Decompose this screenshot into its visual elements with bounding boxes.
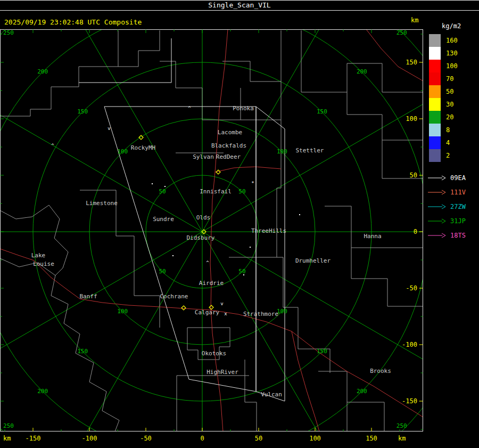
legend-entry: 4 — [425, 136, 479, 149]
town-dot-marker — [299, 214, 300, 215]
legend-color-swatch — [429, 72, 441, 85]
azimuth-spoke — [61, 29, 202, 232]
radar-list-item: 18TS — [425, 228, 479, 242]
highway-lines-segment — [292, 331, 319, 431]
county-boundaries-segment — [301, 30, 423, 92]
range-ring-label: 50 — [238, 268, 245, 275]
range-labels: 5050505010010010010015015015015020020020… — [3, 29, 407, 429]
county-boundaries-segment — [351, 248, 423, 306]
range-ring-label: 200 — [357, 388, 367, 395]
radar-coverage-outlines-segment — [79, 38, 171, 83]
bottom-axis-tick-label: -50 — [135, 435, 156, 442]
county-boundaries-segment — [277, 188, 298, 349]
city-label: Vulcan — [261, 391, 282, 398]
legend-entry: 20 — [425, 111, 479, 124]
city-label: Ponoka — [233, 105, 254, 112]
radar-arrow-icon — [428, 218, 446, 224]
right-axis-tick-label: 0 — [414, 228, 417, 235]
legend-entry: 30 — [425, 98, 479, 111]
range-ring-label: 50 — [159, 268, 166, 275]
bottom-axis-tick-label: -100 — [79, 435, 100, 442]
symbol-marker: ^ — [188, 105, 191, 111]
city-label: Innisfail — [200, 188, 232, 195]
legend-value: 100 — [446, 62, 458, 70]
legend-entry: 70 — [425, 72, 479, 85]
legend-color-swatch — [429, 136, 441, 149]
legend-color-swatch — [429, 98, 441, 111]
bottom-axis-tick-label: 0 — [192, 435, 213, 442]
range-ring-label: 200 — [37, 388, 48, 395]
city-label: Airdrie — [199, 280, 224, 287]
city-label: Okotoks — [202, 350, 226, 357]
town-dot-marker — [152, 183, 153, 184]
county-boundaries-segment — [222, 61, 281, 82]
bottom-axis-unit-left: km — [3, 435, 11, 442]
city-label: Brooks — [370, 368, 391, 374]
legend-value: 160 — [446, 37, 458, 44]
bottom-axis: km km -150-100-50050100150 — [0, 435, 423, 446]
county-boundaries-segment — [0, 258, 119, 431]
legend-entry: 160 — [425, 34, 479, 47]
radar-id: 31JP — [450, 217, 466, 225]
county-boundaries-segment — [0, 30, 118, 116]
city-label: Cochrane — [160, 293, 188, 300]
right-axis-tick-label: 150 — [406, 59, 417, 66]
range-ring-label: 50 — [238, 188, 245, 195]
county-boundaries-segment — [160, 61, 202, 120]
city-label: Drumheller — [295, 257, 331, 264]
legend-entry: 100 — [425, 60, 479, 72]
county-boundaries-segment — [118, 30, 160, 67]
bottom-axis-tick-label: 50 — [248, 435, 269, 442]
legend-color-swatch — [429, 149, 441, 162]
scan-timestamp: 2025/09/19 23:02:48 UTC Composite — [4, 18, 142, 26]
city-label: Olds — [196, 214, 211, 221]
legend-color-swatch — [429, 111, 441, 124]
radar-viewer-window: Single_Scan_VIL 2025/09/19 23:02:48 UTC … — [0, 0, 479, 448]
range-ring-label: 100 — [277, 148, 287, 155]
radar-id: 09EA — [450, 174, 466, 182]
county-boundaries-segment — [0, 205, 49, 219]
symbol-marker: ^ — [206, 260, 209, 265]
city-label: Blackfalds — [211, 142, 246, 149]
legend-color-swatch — [429, 34, 441, 47]
legend-value: 2 — [446, 152, 450, 159]
azimuth-spoke — [202, 232, 423, 373]
city-label: HighRiver — [207, 369, 238, 376]
legend-color-swatch — [429, 124, 441, 136]
city-label: Hanna — [364, 233, 381, 240]
symbol-marker: ^ — [51, 143, 54, 148]
city-label: Limestone — [86, 200, 118, 207]
radar-list-item: 31JP — [425, 214, 479, 228]
radar-list-item: 111V — [425, 185, 479, 199]
town-dot-marker — [250, 247, 251, 248]
highway-lines-segment — [215, 167, 281, 172]
right-axis-tick-label: -150 — [402, 397, 417, 405]
range-ring-label: 150 — [317, 108, 327, 115]
county-boundaries-segment — [177, 376, 249, 431]
radar-map-frame: 5050505010010010010015015015015020020020… — [0, 29, 423, 431]
map-markers: ^^^vv*x — [51, 105, 300, 316]
city-label: RedDeer — [216, 153, 241, 160]
legend-value: 130 — [446, 50, 458, 57]
city-label: ThreeHills — [251, 227, 286, 234]
radar-map-display[interactable]: 5050505010010010010015015015015020020020… — [0, 29, 423, 431]
radar-arrow-icon — [428, 190, 446, 195]
range-ring-label: 200 — [357, 68, 367, 75]
radar-site-marker — [216, 170, 220, 174]
legend-color-swatch — [429, 85, 441, 98]
bottom-axis-tick-label: 100 — [304, 435, 326, 442]
legend-value: 8 — [446, 126, 450, 134]
radar-arrow-icon — [428, 204, 446, 209]
radar-id: 27ZW — [450, 203, 466, 210]
legend-entry: 130 — [425, 47, 479, 60]
bottom-axis-unit-right: km — [398, 435, 406, 442]
range-ring-label: 150 — [77, 348, 88, 355]
legend-entry: 8 — [425, 124, 479, 136]
city-label: Lake — [31, 252, 46, 259]
symbol-marker: x — [224, 311, 227, 316]
city-label: Didsbury — [187, 234, 215, 241]
symbol-marker: * — [251, 181, 254, 186]
symbol-marker: v — [220, 301, 223, 306]
legend-unit-label: kg/m2 — [442, 22, 479, 30]
range-ring-label: 50 — [159, 188, 166, 195]
